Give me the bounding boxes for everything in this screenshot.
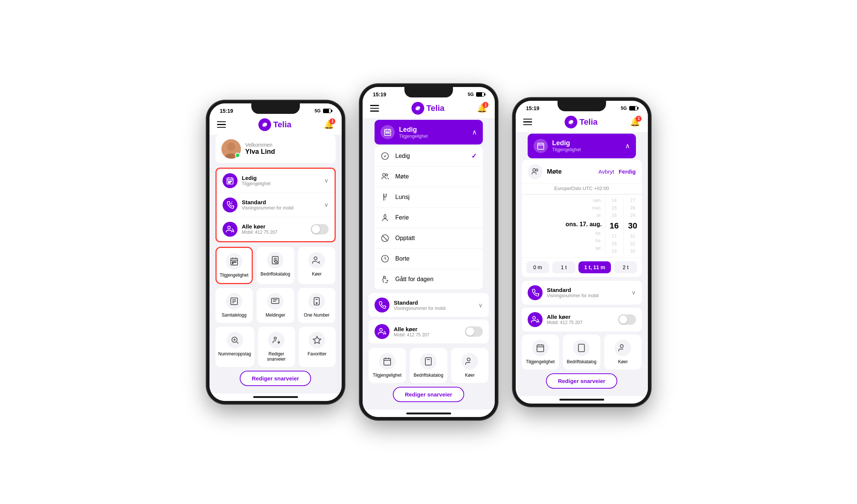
dropdown-ledig[interactable]: Ledig ✓ (375, 146, 483, 167)
svg-point-52 (382, 174, 385, 176)
quick-item-nummeroppslag[interactable]: Nummeroppslag (215, 327, 254, 367)
dropdown-ferie-label: Ferie (395, 214, 477, 221)
queues-title-3: Alle køer (547, 314, 614, 320)
bedriftskatalog-label-3: Bedriftskatalog (567, 359, 596, 364)
quick-item-koer[interactable]: Køer (298, 247, 336, 284)
edit-shortcuts-button-2[interactable]: Rediger snarveier (393, 387, 464, 402)
svg-point-3 (227, 143, 235, 151)
one-number-label: One Number (304, 312, 330, 318)
edit-shortcuts-button-1[interactable]: Rediger snarveier (240, 371, 311, 386)
quick-item-bedriftskatalog-2[interactable]: Bedriftskatalog (410, 348, 447, 383)
hamburger-icon-3[interactable] (523, 119, 532, 125)
telia-brand-name-3: Telia (580, 117, 598, 127)
dropdown-gatt-icon (381, 275, 389, 283)
quick-item-koer-3[interactable]: Køer (604, 335, 642, 370)
bell-badge-1: 1 (329, 118, 335, 124)
profile-section: Velkommen Ylva Lind (215, 135, 336, 163)
dropdown-opptatt-label: Opptatt (395, 235, 477, 242)
dropdown-mote[interactable]: Møte (375, 167, 483, 187)
time-1t[interactable]: 1 t (552, 261, 575, 273)
ledig-selected-subtitle-3: Tilgjengelighet (552, 147, 621, 152)
dropdown-borte[interactable]: Borte (375, 249, 483, 269)
ledig-icon (223, 173, 237, 188)
svg-rect-65 (425, 358, 431, 365)
bottom-section-1: Rediger snarveier (215, 371, 336, 386)
bell-container-3[interactable]: 🔔 1 (630, 117, 640, 127)
standard-text-2: Standard Visningsnummer for mobil (394, 299, 474, 311)
queues-card-3[interactable]: Alle køer Mobil: 412 75 207 (522, 308, 642, 332)
dropdown-mote-label: Møte (395, 173, 477, 180)
home-indicator-2 (363, 410, 495, 417)
date-picker[interactable]: søn. man. tir. ons. 17. aug. tor. fre. l… (522, 195, 642, 257)
dropdown-ledig-label: Ledig (395, 153, 465, 159)
bottom-section-2: Rediger snarveier (369, 387, 489, 402)
queues-toggle-2[interactable] (465, 326, 483, 337)
quick-item-favoritter[interactable]: Favoritter (299, 327, 336, 367)
quick-item-samtalelogg[interactable]: Samtalelogg (215, 288, 253, 323)
hamburger-icon[interactable] (217, 121, 226, 128)
ledig-selected-icon (381, 125, 395, 139)
welcome-text: Velkommen (245, 142, 275, 148)
avbryt-button[interactable]: Avbryt (598, 168, 614, 175)
edit-shortcuts-button-3[interactable]: Rediger snarveier (546, 373, 617, 389)
standard-title-3: Standard (547, 287, 627, 293)
network-2: 5G (468, 92, 473, 97)
quick-item-tilgjengelighet-3[interactable]: Tilgjengelighet (522, 335, 559, 370)
quick-item-one-number[interactable]: One Number (298, 288, 336, 323)
dropdown-borte-label: Borte (395, 255, 477, 262)
dropdown-lunsj[interactable]: Lunsj (375, 187, 483, 208)
queues-toggle[interactable] (311, 224, 329, 234)
quick-item-rediger[interactable]: Rediger snarveier (258, 327, 295, 367)
queues-toggle-3[interactable] (618, 314, 636, 325)
ferdig-button[interactable]: Ferdig (619, 168, 636, 175)
standard-card-3[interactable]: Standard Visningsnummer for mobil ∨ (522, 281, 642, 305)
tilgjengelighet-icon (226, 253, 242, 270)
svg-rect-21 (235, 262, 236, 262)
dropdown-gatt[interactable]: Gått for dagen (375, 269, 483, 289)
dropdown-opptatt-icon (381, 234, 389, 242)
dropdown-ledig-check: ✓ (471, 152, 477, 160)
dropdown-gatt-label: Gått for dagen (395, 276, 477, 283)
notch-3 (558, 101, 606, 111)
standard-icon-2 (375, 298, 389, 312)
bell-container-2[interactable]: 🔔 1 (477, 103, 487, 113)
standard-card-2[interactable]: Standard Visningsnummer for mobil ∨ (369, 293, 489, 317)
meldinger-label: Meldinger (266, 312, 285, 318)
ledig-selected-button-3[interactable]: Ledig Tilgjengelighet ∧ (528, 134, 636, 158)
standard-card[interactable]: Standard Visningsnummer for mobil ∨ (217, 193, 335, 217)
battery-3 (629, 106, 637, 111)
standard-text: Standard Visningsnummer for mobil (242, 199, 320, 211)
bell-badge-2: 1 (482, 102, 488, 108)
quick-item-bedriftskatalog[interactable]: Bedriftskatalog (257, 247, 294, 284)
quick-item-tilgjengelighet[interactable]: Tilgjengelighet (215, 247, 253, 284)
queues-subtitle: Mobil: 412 75 207 (242, 230, 306, 235)
telia-brand-name: Telia (273, 120, 292, 130)
standard-chevron: ∨ (324, 201, 329, 208)
queues-card[interactable]: Alle køer Mobil: 412 75 207 (217, 217, 335, 241)
toggle-knob-2 (466, 327, 474, 336)
quick-item-bedriftskatalog-3[interactable]: Bedriftskatalog (563, 335, 600, 370)
queues-card-2[interactable]: Alle køer Mobil: 412 75 207 (369, 320, 489, 343)
dropdown-lunsj-icon (381, 193, 389, 201)
ledig-title: Ledig (242, 175, 320, 181)
quick-item-koer-2[interactable]: Køer (451, 348, 489, 383)
telia-logo-3: Telia (565, 116, 598, 128)
quick-item-meldinger[interactable]: Meldinger (257, 288, 294, 323)
time-2t[interactable]: 2 t (614, 261, 637, 273)
dropdown-opptatt[interactable]: Opptatt (375, 228, 483, 249)
tilgjengelighet-label: Tilgjengelighet (220, 273, 248, 278)
quick-item-tilgjengelighet-2[interactable]: Tilgjengelighet (369, 348, 406, 383)
status-bar-2: 15:19 5G (363, 87, 495, 99)
svg-rect-10 (230, 181, 230, 181)
bell-container-1[interactable]: 🔔 1 (324, 120, 334, 130)
time-1t11m[interactable]: 1 t, 11 m (578, 261, 611, 273)
top-nav-3: Telia 🔔 1 (516, 113, 648, 132)
hamburger-icon-2[interactable] (370, 105, 379, 112)
svg-rect-13 (230, 182, 230, 183)
mote-header: Møte Avbryt Ferdig (522, 160, 642, 184)
status-cards-group: Ledig Tilgjengelighet ∨ Standard Visning… (215, 168, 336, 242)
time-0m[interactable]: 0 m (526, 261, 549, 273)
dropdown-ferie[interactable]: Ferie (375, 208, 483, 228)
ledig-card[interactable]: Ledig Tilgjengelighet ∨ (217, 169, 335, 193)
ledig-selected-button[interactable]: Ledig Tilgjengelighet ∧ (375, 120, 483, 144)
